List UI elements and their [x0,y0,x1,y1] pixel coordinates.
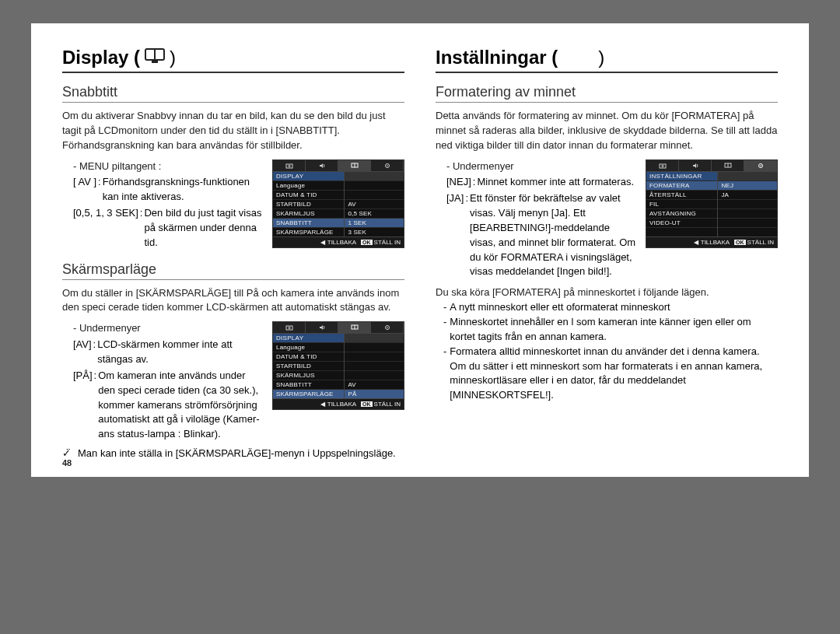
skarmspar-pa-row: [PÅ] : Om kameran inte används under den… [73,369,264,442]
kv-value: Förhandsgransknings-funktionen kan inte … [103,175,264,205]
kv-key: [ AV ] [73,175,96,190]
menu-right-panel: NEJ JA [718,172,777,236]
menu-footer: ◀TILLBAKA OKSTÄLL IN [646,236,777,247]
menu-item: Language [273,342,344,352]
menu-header: DISPLAY [273,172,344,180]
sound-icon [306,322,338,333]
bullet-item: A nytt minneskort eller ett oformaterat … [443,300,778,315]
menu-item: DATUM & TID [273,190,344,199]
kv-value: Den bild du just tagit visas på skärmen … [144,206,264,250]
menu-value: AV [345,199,404,208]
menu-footer: ◀TILLBAKA OKSTÄLL IN [273,398,404,409]
kv-key: [AV] [73,338,92,352]
left-arrow-icon: ◀ [320,401,326,408]
menu-item: Language [273,180,344,190]
ok-label: OK [734,240,746,245]
menu-value: 3 SEK [345,227,404,236]
kv-value: Om kameran inte används under den speci … [98,369,264,442]
display-icon [338,160,371,171]
menu-item: FIL [646,199,717,208]
format-bullets: A nytt minneskort eller ett oformaterat … [436,300,778,403]
camera-icon [646,160,679,171]
left-column: Display ( ) Snabbtitt Om du aktiverar Sn… [62,47,404,461]
menu-header: DISPLAY [273,334,344,342]
menu-footer: ◀TILLBAKA OKSTÄLL IN [273,236,404,247]
tabbar [273,160,404,172]
kv-key: [PÅ] [73,369,93,384]
svg-point-16 [387,327,388,328]
ok-label: OK [361,240,373,245]
right-column: Inställningar ( ) Formatering av minnet … [436,47,778,461]
kv-colon: : [140,206,143,221]
format-heading: Formatering av minnet [436,84,778,103]
ok-label: OK [361,401,373,407]
skarmspar-heading: Skärmsparläge [62,261,404,280]
set-label: STÄLL IN [374,239,401,246]
back-button: ◀TILLBAKA [693,239,730,246]
page-number: 48 [62,458,72,468]
menu-header-right [345,334,404,342]
title-close-paren: ) [170,47,176,68]
snabbtitt-sek-row: [0,5, 1, 3 SEK] : Den bild du just tagit… [73,206,264,250]
kv-value: Ett fönster för bekräftelse av valet vis… [470,191,638,279]
menu-value: JA [718,190,777,199]
ok-button: OKSTÄLL IN [361,239,401,246]
svg-rect-3 [286,164,292,168]
kv-value: Minnet kommer inte att formateras. [477,175,638,190]
back-label: TILLBAKA [327,239,356,246]
menu-right-panel: AV 0,5 SEK 1 SEK 3 SEK [345,172,404,236]
menu-left-panel: DISPLAY Language DATUM & TID STARTBILD S… [273,172,345,236]
settings-icon [371,322,404,333]
ok-button: OKSTÄLL IN [361,401,401,408]
bullet-text: A nytt minneskort eller ett oformaterat … [450,300,670,315]
set-label: STÄLL IN [374,401,401,408]
display-title: Display ( ) [62,47,404,73]
menu-item-selected: SNABBTITT [273,218,344,227]
svg-rect-2 [152,61,158,63]
undermenyer-label: - Undermenyer [446,159,638,174]
menu-value-selected: NEJ [718,180,777,190]
kv-colon: : [465,191,468,206]
kv-key: [0,5, 1, 3 SEK] [73,206,138,221]
menu-value-selected: PÅ [345,389,404,398]
left-arrow-icon: ◀ [693,239,699,245]
format-desc: Detta används för formatering av minnet.… [436,109,778,153]
menu-item: ÅTERSTÄLL [646,190,717,199]
sound-icon [306,160,338,171]
svg-point-4 [288,165,289,166]
format-when: Du ska köra [FORMATERA] på minneskortet … [436,285,778,300]
bullet-text: Formatera alltid minneskortet innan du a… [450,345,778,403]
bullet-text: Minneskortet innehåller en l som kameran… [450,315,778,345]
kv-colon: : [473,175,476,190]
ok-button: OKSTÄLL IN [734,239,774,246]
menu-item: STARTBILD [273,199,344,208]
menu-item [718,218,777,227]
svg-marker-12 [320,325,323,330]
menu-value: AV [345,380,404,389]
menu-header-right [718,172,777,180]
menu-item: SNABBTITT [273,380,344,389]
format-options: - Undermenyer [NEJ] : Minnet kommer inte… [436,159,638,280]
left-arrow-icon: ◀ [320,239,326,245]
menu-item [345,180,404,190]
snabbtitt-heading: Snabbtitt [62,84,404,103]
menu-item [345,342,404,352]
menu-right-panel: AV PÅ [345,334,404,398]
menu-item [345,361,404,370]
snabbtitt-screenshot: DISPLAY Language DATUM & TID STARTBILD S… [272,159,404,248]
kv-key: [JA] [446,191,464,206]
installningar-title: Inställningar ( ) [436,47,778,73]
skarmspar-av-row: [AV] : LCD-skärmen kommer inte att stäng… [73,338,264,367]
menu-piltangent-label: - MENU piltangent : [73,159,264,174]
kv-colon: : [93,338,96,352]
snabbtitt-desc: Om du aktiverar Snabbvy innan du tar en … [62,109,404,153]
menu-item [345,190,404,199]
set-label: STÄLL IN [747,239,774,246]
back-button: ◀TILLBAKA [320,401,356,408]
menu-item: AVSTÄNGNING [646,208,717,218]
camera-icon [273,160,306,171]
title-close-paren: ) [598,47,604,68]
display-icon [712,160,744,171]
menu-item [646,227,717,236]
menu-item [718,199,777,208]
